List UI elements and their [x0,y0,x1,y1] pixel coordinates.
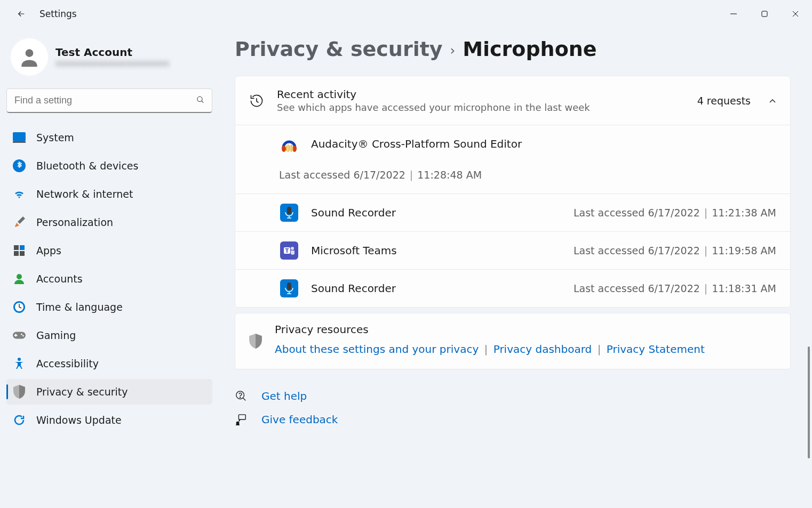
activity-timestamp: Last accessed 6/17/2022|11:18:31 AM [574,283,776,294]
svg-rect-0 [730,14,737,14]
activity-timestamp: Last accessed 6/17/2022|11:28:48 AM [279,169,482,181]
svg-rect-4 [13,132,26,141]
activity-row[interactable]: Sound Recorder Last accessed 6/17/2022|1… [235,193,790,231]
footer-links: Get help Give feedback [235,375,791,426]
sidebar-item-bluetooth[interactable]: Bluetooth & devices [6,153,212,179]
back-arrow-icon [17,9,26,19]
feedback-icon [235,414,248,425]
svg-point-26 [240,397,241,398]
bluetooth-icon [13,159,26,172]
system-icon [13,131,26,144]
scrollbar-thumb[interactable] [808,346,810,458]
accessibility-icon [13,357,26,370]
sidebar-item-system[interactable]: System [6,125,212,150]
sidebar-item-accounts[interactable]: Accounts [6,266,212,292]
sidebar-item-personalization[interactable]: Personalization [6,209,212,235]
sidebar-item-label: Personalization [36,216,113,228]
recent-request-count: 4 requests [697,95,751,107]
window-controls [721,5,808,22]
sidebar-item-update[interactable]: Windows Update [6,407,212,433]
titlebar: Settings [0,0,812,28]
activity-row[interactable]: Audacity® Cross-Platform Sound Editor La… [235,125,790,193]
breadcrumb-parent[interactable]: Privacy & security [235,37,443,61]
help-icon [235,390,248,402]
sidebar-item-label: Accessibility [36,358,99,369]
svg-rect-1 [762,11,767,17]
svg-point-16 [22,335,24,337]
privacy-statement-link[interactable]: Privacy Statement [607,343,705,356]
clock-icon [13,301,26,313]
activity-row[interactable]: T Microsoft Teams Last accessed 6/17/202… [235,231,790,269]
avatar [11,38,48,76]
breadcrumb: Privacy & security › Microphone [235,37,791,61]
sidebar-item-apps[interactable]: Apps [6,238,212,263]
maximize-icon [761,11,768,17]
update-icon [13,414,26,426]
privacy-resources-title: Privacy resources [275,323,776,336]
back-button[interactable] [13,5,30,22]
svg-rect-5 [13,141,26,143]
minimize-button[interactable] [721,5,746,22]
svg-point-17 [18,358,21,361]
sidebar-item-label: Privacy & security [36,386,128,398]
svg-point-2 [26,49,34,57]
activity-app-name: Sound Recorder [311,206,561,219]
app-icon-sound-recorder [280,279,298,297]
sidebar-item-label: System [36,132,74,143]
page-title: Microphone [463,37,596,61]
sidebar-item-label: Accounts [36,273,83,285]
get-help-link[interactable]: Get help [235,390,791,402]
sidebar-item-label: Apps [36,245,61,256]
privacy-dashboard-link[interactable]: Privacy dashboard [493,343,592,356]
apps-icon [13,244,26,257]
svg-text:T: T [285,248,289,254]
account-name: Test Account [55,46,169,59]
separator: | [484,343,488,356]
sidebar-item-privacy[interactable]: Privacy & security [6,379,212,405]
svg-point-18 [282,146,286,152]
activity-app-name: Audacity® Cross-Platform Sound Editor [311,138,522,150]
sidebar-item-label: Windows Update [36,414,122,426]
svg-point-15 [21,334,22,335]
shield-icon [249,334,262,351]
activity-timestamp: Last accessed 6/17/2022|11:21:38 AM [574,207,776,219]
sidebar-item-label: Time & language [36,301,123,313]
svg-rect-24 [287,283,291,290]
privacy-resources-card: Privacy resources About these settings a… [235,313,791,369]
search-icon [196,95,205,107]
svg-rect-20 [287,207,291,214]
history-icon [249,93,264,108]
minimize-icon [730,11,737,17]
recent-activity-toggle[interactable]: Recent activity See which apps have acce… [235,76,790,125]
account-block[interactable]: Test Account xxxxxxxxxxxxxxxxxxxxxxxx [6,34,212,88]
svg-rect-9 [14,251,19,256]
chevron-right-icon: › [450,43,456,58]
activity-timestamp: Last accessed 6/17/2022|11:19:58 AM [574,245,776,256]
sidebar-item-label: Gaming [36,329,76,341]
give-feedback-link[interactable]: Give feedback [235,413,791,426]
sidebar-item-time[interactable]: Time & language [6,294,212,320]
account-email: xxxxxxxxxxxxxxxxxxxxxxxx [55,59,169,68]
svg-point-3 [197,96,202,101]
activity-app-name: Microsoft Teams [311,244,561,257]
search-input[interactable] [6,88,212,113]
maximize-button[interactable] [752,5,777,22]
close-button[interactable] [783,5,808,22]
sidebar-item-network[interactable]: Network & internet [6,181,212,207]
user-icon [18,45,41,69]
gaming-icon [13,329,26,342]
chevron-up-icon [769,97,776,104]
separator: | [598,343,601,356]
footer-link-label: Give feedback [261,413,338,426]
app-icon-sound-recorder [280,204,298,222]
recent-activity-card: Recent activity See which apps have acce… [235,76,791,308]
activity-row[interactable]: Sound Recorder Last accessed 6/17/2022|1… [235,269,790,307]
main-content: Privacy & security › Microphone Recent a… [219,28,812,508]
sidebar-item-gaming[interactable]: Gaming [6,322,212,348]
sidebar-item-accessibility[interactable]: Accessibility [6,351,212,376]
sidebar-item-label: Bluetooth & devices [36,160,138,172]
activity-app-name: Sound Recorder [311,282,561,295]
sidebar: Test Account xxxxxxxxxxxxxxxxxxxxxxxx Sy… [0,28,219,508]
wifi-icon [13,188,26,200]
about-privacy-link[interactable]: About these settings and your privacy [275,343,479,356]
